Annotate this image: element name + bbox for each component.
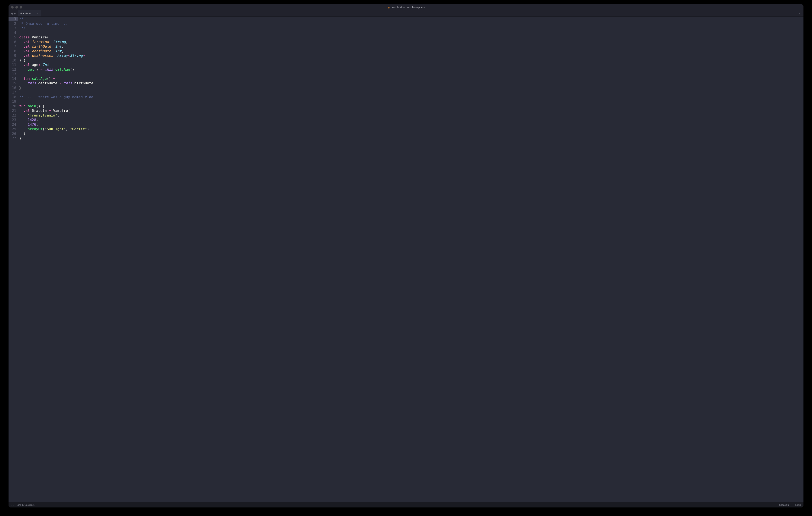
line-number[interactable]: 14 xyxy=(8,76,16,81)
line-number[interactable]: 13 xyxy=(8,72,16,76)
file-type-icon: ◧ xyxy=(387,6,389,9)
code-line[interactable]: */ xyxy=(19,26,804,30)
code-line[interactable]: } xyxy=(19,86,804,90)
code-line[interactable]: ) { xyxy=(19,58,804,63)
line-number[interactable]: 17 xyxy=(8,90,16,95)
code-line[interactable]: ) xyxy=(19,132,804,136)
code-line[interactable]: fun calcAge() = xyxy=(19,76,804,81)
nav-back-icon[interactable]: ◀ xyxy=(11,12,12,15)
line-number[interactable]: 8 xyxy=(8,49,16,54)
code-line[interactable]: fun main() { xyxy=(19,104,804,109)
close-window-button[interactable] xyxy=(11,6,13,8)
tab-active[interactable]: dracula.kt × xyxy=(18,10,41,17)
nav-arrows: ◀ ▶ xyxy=(8,10,18,17)
line-number[interactable]: 3 xyxy=(8,26,16,30)
code-line[interactable]: arrayOf("Sunlight", "Garlic") xyxy=(19,127,804,132)
panel-toggle-icon[interactable] xyxy=(11,504,14,506)
window-title: ◧ dracula.kt — dracula-snippets xyxy=(8,6,804,9)
line-number[interactable]: 10 xyxy=(8,58,16,63)
line-number[interactable]: 6 xyxy=(8,40,16,45)
line-number[interactable]: 12 xyxy=(8,67,16,72)
titlebar: ◧ dracula.kt — dracula-snippets xyxy=(8,4,804,10)
line-number[interactable]: 22 xyxy=(8,113,16,118)
line-number[interactable]: 18 xyxy=(8,95,16,100)
line-number[interactable]: 5 xyxy=(8,35,16,40)
code-line[interactable]: val Dracula = Vampire( xyxy=(19,108,804,113)
tab-close-icon[interactable]: × xyxy=(37,12,39,15)
minimize-window-button[interactable] xyxy=(16,6,18,8)
title-project: dracula-snippets xyxy=(406,6,425,9)
line-number[interactable]: 11 xyxy=(8,62,16,67)
code-line[interactable] xyxy=(19,99,804,104)
line-number[interactable]: 26 xyxy=(8,132,16,136)
code-line[interactable]: 1428, xyxy=(19,117,804,122)
code-line[interactable]: 1476, xyxy=(19,122,804,127)
window-controls xyxy=(8,6,22,8)
code-line[interactable]: } xyxy=(19,136,804,141)
status-language[interactable]: Kotlin xyxy=(795,504,801,506)
code-line[interactable]: /* xyxy=(19,17,804,21)
code-line[interactable]: * Once upon a time ... xyxy=(19,21,804,26)
editor-area[interactable]: 1234567891011121314151617181920212223242… xyxy=(8,17,804,503)
code-line[interactable]: val deathDate: Int, xyxy=(19,49,804,54)
line-number[interactable]: 21 xyxy=(8,108,16,113)
code-line[interactable]: "Transylvania", xyxy=(19,113,804,118)
line-number[interactable]: 15 xyxy=(8,81,16,86)
code-line[interactable]: val age: Int xyxy=(19,62,804,67)
code-line[interactable]: class Vampire( xyxy=(19,35,804,40)
line-number[interactable]: 9 xyxy=(8,53,16,58)
tab-bar: ◀ ▶ dracula.kt × ▼ xyxy=(8,10,804,17)
zoom-window-button[interactable] xyxy=(20,6,22,8)
code-line[interactable] xyxy=(19,72,804,76)
tab-overflow-button[interactable]: ▼ xyxy=(796,10,804,17)
line-number[interactable]: 16 xyxy=(8,86,16,90)
line-number[interactable]: 1 xyxy=(8,17,18,21)
code-line[interactable] xyxy=(19,90,804,95)
line-number[interactable]: 19 xyxy=(8,99,16,104)
code-line[interactable]: // ... there was a guy named Vlad xyxy=(19,95,804,100)
title-file: dracula.kt xyxy=(391,6,402,9)
line-number[interactable]: 2 xyxy=(8,21,16,26)
code-line[interactable]: this.deathDate - this.birthDate xyxy=(19,81,804,86)
status-indent[interactable]: Spaces: 2 xyxy=(779,504,790,506)
line-number-gutter: 1234567891011121314151617181920212223242… xyxy=(8,17,18,503)
code-line[interactable] xyxy=(19,30,804,35)
line-number[interactable]: 20 xyxy=(8,104,16,109)
line-number[interactable]: 4 xyxy=(8,30,16,35)
tab-label: dracula.kt xyxy=(21,12,31,15)
status-cursor-position[interactable]: Line 1, Column 1 xyxy=(17,504,34,506)
line-number[interactable]: 7 xyxy=(8,44,16,49)
title-sep: — xyxy=(402,6,406,9)
nav-forward-icon[interactable]: ▶ xyxy=(14,12,16,15)
code-line[interactable]: val weaknesses: Array<String> xyxy=(19,53,804,58)
line-number[interactable]: 25 xyxy=(8,127,16,132)
line-number[interactable]: 24 xyxy=(8,122,16,127)
code-content[interactable]: /* * Once upon a time ... */class Vampir… xyxy=(18,17,804,503)
line-number[interactable]: 23 xyxy=(8,117,16,122)
code-line[interactable]: get() = this.calcAge() xyxy=(19,67,804,72)
code-line[interactable]: val location: String, xyxy=(19,40,804,45)
editor-window: ◧ dracula.kt — dracula-snippets ◀ ▶ drac… xyxy=(8,4,804,508)
code-line[interactable]: val birthDate: Int, xyxy=(19,44,804,49)
line-number[interactable]: 27 xyxy=(8,136,16,141)
status-bar: Line 1, Column 1 Spaces: 2 Kotlin xyxy=(8,503,804,508)
